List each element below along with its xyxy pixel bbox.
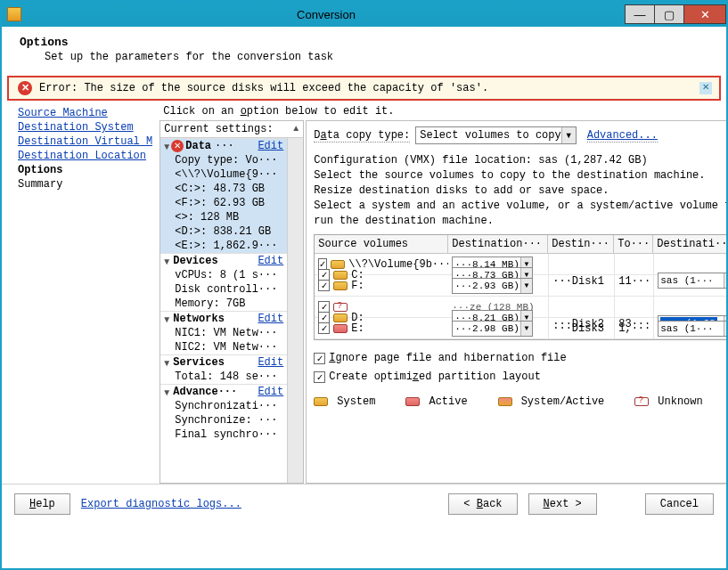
services-row[interactable]: Total: 148 se··· xyxy=(160,370,287,384)
devices-row[interactable]: Disk controll··· xyxy=(160,282,287,297)
col-datastore[interactable]: Destinati··· xyxy=(653,235,728,253)
col-destination-disk[interactable]: Destin··· xyxy=(548,235,614,253)
close-button[interactable]: ✕ xyxy=(683,4,726,24)
nav-destination-virtual-machine[interactable]: Destination Virtual M xyxy=(18,134,152,149)
error-icon: ✕ xyxy=(18,81,32,95)
chevron-down-icon: ▼ xyxy=(561,127,576,143)
cancel-button[interactable]: Cancel xyxy=(645,493,714,515)
minimize-button[interactable]: — xyxy=(625,4,655,24)
data-row[interactable]: <C:>: 48.73 GB xyxy=(160,182,287,196)
advanced-row[interactable]: Synchronize: ··· xyxy=(160,413,287,428)
settings-heading: Current settings: xyxy=(164,123,273,135)
export-logs-link[interactable]: Export diagnostic logs... xyxy=(81,498,241,510)
data-row[interactable]: <\\?\Volume{9··· xyxy=(160,167,287,182)
error-banner: ✕ Error: The size of the source disks wi… xyxy=(7,76,721,101)
col-destination-size[interactable]: Destination··· xyxy=(448,235,548,253)
data-copy-type-label: Data copy type: xyxy=(314,129,410,142)
networks-row[interactable]: NIC2: VM Netw··· xyxy=(160,340,287,354)
wizard-footer: Help Export diagnostic logs... < Back Ne… xyxy=(2,484,726,524)
wizard-nav: Source Machine Destination System Destin… xyxy=(7,104,158,484)
group-data[interactable]: ▼ ✕ Data ··· Edit xyxy=(160,139,287,153)
advanced-link[interactable]: Advanced... xyxy=(587,129,658,142)
detail-description: Configuration (VMX) file location: sas (… xyxy=(314,153,728,229)
detail-panel: ✕ Data copy type: Select volumes to copy… xyxy=(306,120,728,484)
volumes-table: Source volumes Destination··· Destin··· … xyxy=(314,234,728,340)
col-source-volumes[interactable]: Source volumes xyxy=(315,235,448,253)
legend-active-icon xyxy=(405,397,420,406)
scroll-up-icon[interactable]: ▲ xyxy=(291,123,301,135)
option-hint: Click on an option below to edit it. xyxy=(158,104,728,120)
app-icon xyxy=(7,7,21,21)
datastore-select[interactable]: sas (1···▼ xyxy=(658,321,728,337)
group-networks[interactable]: ▼Networks Edit xyxy=(160,312,287,326)
advanced-row[interactable]: Synchronizati··· xyxy=(160,399,287,413)
data-row[interactable]: Copy type: Vo··· xyxy=(160,153,287,167)
edit-networks-link[interactable]: Edit xyxy=(258,313,283,325)
edit-devices-link[interactable]: Edit xyxy=(258,255,283,267)
legend-system-icon xyxy=(314,397,328,406)
legend: System Active System/Active Unknown xyxy=(314,395,728,408)
settings-tree: Current settings: ▲ ▼ ✕ Data ··· Edit Co… xyxy=(160,120,304,484)
error-close-button[interactable]: ✕ xyxy=(699,82,712,94)
volumes-table-body: ✓\\?\Volume{9b··· ···8.14 MB)▼ ···Disk1 … xyxy=(315,254,728,339)
data-row[interactable]: <>: 128 MB xyxy=(160,210,287,224)
maximize-button[interactable]: ▢ xyxy=(654,4,684,24)
help-button[interactable]: Help xyxy=(14,493,70,515)
data-row[interactable]: <F:>: 62.93 GB xyxy=(160,196,287,210)
unknown-disk-icon xyxy=(333,303,348,312)
data-row[interactable]: <E:>: 1,862.9··· xyxy=(160,239,287,253)
active-disk-icon xyxy=(333,324,348,333)
page-subtitle: Set up the parameters for the conversion… xyxy=(45,51,708,63)
page-header: Options Set up the parameters for the co… xyxy=(2,27,726,76)
data-copy-type-select[interactable]: Select volumes to copy▼ xyxy=(415,126,576,144)
nav-summary: Summary xyxy=(18,177,152,191)
nav-destination-system[interactable]: Destination System xyxy=(18,120,152,134)
optimized-layout-checkbox[interactable]: ✓ Create optimized partition layout xyxy=(314,368,728,387)
error-text: Error: The size of the source disks will… xyxy=(39,82,488,94)
scrollbar[interactable] xyxy=(287,138,303,483)
nav-source-machine[interactable]: Source Machine xyxy=(18,106,152,120)
nav-options: Options xyxy=(18,163,152,177)
datastore-select[interactable]: sas (1···▼ xyxy=(658,273,728,289)
collapse-icon[interactable]: ▼ xyxy=(162,142,171,151)
legend-system-active-icon xyxy=(498,397,512,406)
edit-advanced-link[interactable]: Edit xyxy=(258,386,283,398)
next-button[interactable]: Next > xyxy=(528,493,597,515)
dest-size-select[interactable]: ···2.93 GB)▼ xyxy=(452,278,533,294)
disk-icon xyxy=(333,281,348,290)
advanced-row[interactable]: Final synchro··· xyxy=(160,428,287,442)
error-badge-icon: ✕ xyxy=(171,140,184,152)
devices-row[interactable]: vCPUs: 8 (1 s··· xyxy=(160,268,287,282)
data-row[interactable]: <D:>: 838.21 GB xyxy=(160,224,287,239)
window-titlebar: Conversion — ▢ ✕ xyxy=(2,2,726,27)
networks-row[interactable]: NIC1: VM Netw··· xyxy=(160,326,287,340)
group-advanced[interactable]: ▼Advance··· Edit xyxy=(160,385,287,399)
nav-destination-location[interactable]: Destination Location xyxy=(18,149,152,163)
dest-size-select[interactable]: ···2.98 GB)▼ xyxy=(452,321,533,337)
edit-data-link[interactable]: Edit xyxy=(258,140,283,152)
back-button[interactable]: < Back xyxy=(448,493,517,515)
ignore-pagefile-checkbox[interactable]: ✓ Ignore page file and hibernation file xyxy=(314,349,728,368)
table-row: ✓E: ···2.98 GB)▼ ···Disk3 1,··· sas (1··… xyxy=(315,318,728,339)
row-checkbox[interactable]: ✓ xyxy=(318,322,330,334)
group-devices[interactable]: ▼Devices Edit xyxy=(160,254,287,268)
window-title: Conversion xyxy=(27,8,626,21)
page-title: Options xyxy=(20,36,708,49)
group-services[interactable]: ▼Services Edit xyxy=(160,355,287,370)
legend-unknown-icon xyxy=(634,397,649,406)
edit-services-link[interactable]: Edit xyxy=(258,356,283,369)
row-checkbox[interactable]: ✓ xyxy=(318,280,330,291)
col-total[interactable]: To··· xyxy=(614,235,653,253)
devices-row[interactable]: Memory: 7GB xyxy=(160,297,287,311)
